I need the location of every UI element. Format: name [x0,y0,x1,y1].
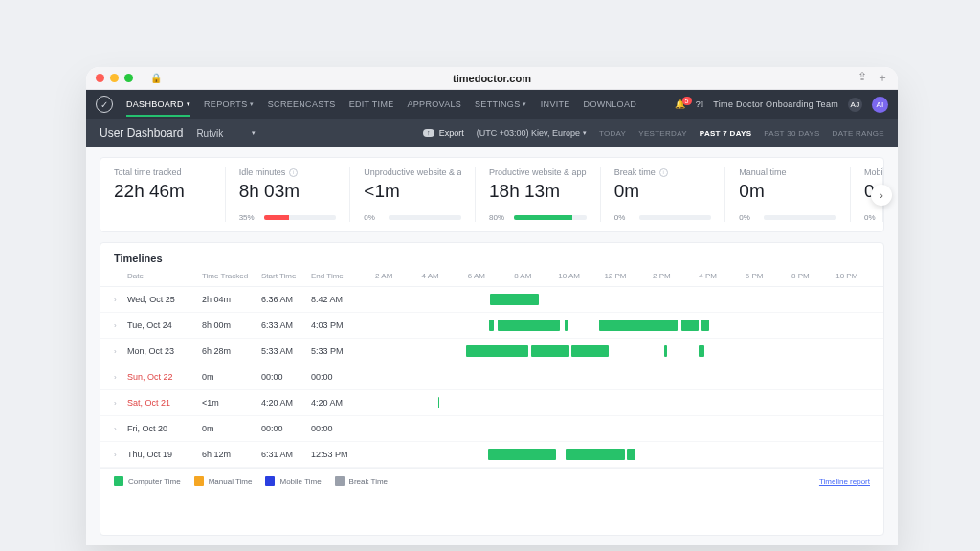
expand-row-icon[interactable]: › [114,373,127,382]
row-end-time: 4:20 AM [311,398,361,408]
kpi-label: Idle minutes [239,167,286,177]
kpi-progress-bar [764,215,836,220]
row-end-time: 8:42 AM [311,295,361,304]
activity-segment[interactable] [681,320,699,331]
timeline-row: ›Sun, Oct 220m00:0000:00 [100,364,883,390]
row-time-tracked: 0m [202,372,261,382]
kpi-next-button[interactable]: › [871,185,892,206]
row-start-time: 4:20 AM [261,398,311,408]
nav-download[interactable]: DOWNLOAD [584,92,636,117]
row-time-tracked: <1m [202,398,261,408]
kpi-value: 0m [614,181,712,202]
info-icon[interactable]: i [289,168,298,177]
range-date-range[interactable]: DATE RANGE [833,129,884,138]
export-button[interactable]: Export [423,128,464,138]
row-time-tracked: 8h 00m [202,320,261,330]
hour-label: 4 PM [685,272,731,280]
activity-segment[interactable] [466,345,528,357]
team-avatar[interactable]: AJ [848,98,862,112]
cloud-upload-icon [423,129,434,137]
timeline-row: ›Mon, Oct 236h 28m5:33 AM5:33 PM [100,339,883,364]
timelines-card: Timelines Date Time Tracked Start Time E… [100,242,884,536]
timeline-row: ›Fri, Oct 200m00:0000:00 [100,416,883,442]
legend-item: Mobile Time [265,476,321,486]
nav-screencasts[interactable]: SCREENCASTS [268,92,336,117]
range-past-30-days[interactable]: PAST 30 DAYS [764,129,819,138]
nav-edit-time[interactable]: EDIT TIME [349,92,394,117]
kpi-value: 8h 03m [239,181,337,202]
expand-row-icon[interactable]: › [114,451,127,459]
main-nav: DASHBOARD▾REPORTS▾SCREENCASTSEDIT TIMEAP… [86,90,898,119]
row-end-time: 4:03 PM [311,320,361,330]
kpi-value: 22h 46m [114,181,212,202]
row-start-time: 6:31 AM [261,450,311,459]
activity-segment[interactable] [664,345,668,357]
chevron-down-icon: ▾ [583,129,587,137]
nav-reports[interactable]: REPORTS▾ [204,92,255,117]
expand-row-icon[interactable]: › [114,425,127,433]
nav-dashboard[interactable]: DASHBOARD▾ [126,92,190,117]
row-timeline-bar [361,397,870,408]
row-start-time: 00:00 [261,424,311,433]
range-yesterday[interactable]: YESTERDAY [638,129,687,138]
timeline-row: ›Tue, Oct 248h 00m6:33 AM4:03 PM [100,313,883,339]
activity-segment[interactable] [488,449,556,460]
notifications-icon[interactable]: 🔔5 [675,99,685,109]
chevron-down-icon: ▾ [523,100,526,108]
info-icon[interactable]: i [659,168,668,177]
kpi-label: Unproductive website & a… [364,167,461,177]
nav-settings[interactable]: SETTINGS▾ [475,92,527,117]
kpi-label: Mobile [864,167,882,177]
kpi-card: Manual time0m0% [725,167,851,222]
hour-label: 12 PM [592,272,638,280]
notification-badge: 5 [682,97,692,105]
timeline-row: ›Wed, Oct 252h 04m6:36 AM8:42 AM [100,287,883,313]
app-logo-icon[interactable] [96,96,113,113]
team-name[interactable]: Time Doctor Onboarding Team [713,99,838,109]
legend-item: Break Time [335,476,388,486]
nav-invite[interactable]: INVITE [541,92,570,117]
activity-segment[interactable] [498,320,560,331]
activity-segment[interactable] [571,345,609,357]
user-avatar[interactable]: AI [872,97,888,113]
nav-approvals[interactable]: APPROVALS [408,92,462,117]
activity-segment[interactable] [565,320,568,331]
row-timeline-bar [361,345,870,357]
address-bar[interactable]: timedoctor.com [86,73,898,84]
row-date: Thu, Oct 19 [127,450,202,459]
kpi-card: Unproductive website & a…i<1m0% [350,167,476,222]
expand-row-icon[interactable]: › [114,347,127,356]
kpi-percent: 0% [614,213,634,222]
user-selector[interactable]: Rutvik▾ [196,128,256,139]
timezone-selector[interactable]: (UTC +03:00) Kiev, Europe▾ [477,128,587,138]
activity-segment[interactable] [627,449,635,460]
activity-segment[interactable] [699,345,704,357]
row-end-time: 00:00 [311,424,361,433]
range-past-7-days[interactable]: PAST 7 DAYS [700,129,751,138]
activity-segment[interactable] [438,397,439,408]
kpi-percent: 35% [239,213,258,222]
help-icon[interactable]: ?⃝ [696,99,704,109]
kpi-card: Idle minutesi8h 03m35% [226,167,351,222]
kpi-percent: 80% [489,213,508,222]
activity-segment[interactable] [490,294,539,305]
row-time-tracked: 6h 12m [202,450,261,459]
expand-row-icon[interactable]: › [114,399,127,408]
row-date: Wed, Oct 25 [127,295,202,304]
expand-row-icon[interactable]: › [114,296,127,304]
legend-item: Manual Time [194,476,253,486]
range-today[interactable]: TODAY [599,129,626,138]
activity-segment[interactable] [531,345,569,357]
hour-label: 6 AM [454,272,500,280]
activity-segment[interactable] [599,320,678,331]
kpi-label: Productive website & app usage [489,167,587,177]
hour-label: 10 PM [824,272,870,280]
timeline-report-link[interactable]: Timeline report [819,477,870,486]
hour-label: 10 AM [546,272,591,280]
expand-row-icon[interactable]: › [114,321,127,330]
chevron-down-icon: ▾ [252,129,256,137]
activity-segment[interactable] [489,320,494,331]
activity-segment[interactable] [701,320,708,331]
timeline-row: ›Sat, Oct 21<1m4:20 AM4:20 AM [100,390,883,416]
activity-segment[interactable] [566,449,625,460]
